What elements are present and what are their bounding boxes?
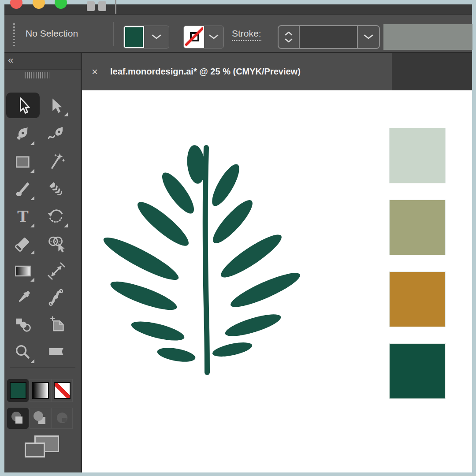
tool-flyout-triangle — [30, 250, 34, 254]
draw-inside-button[interactable] — [51, 408, 73, 429]
type-icon: T — [13, 207, 33, 227]
artboard-tool[interactable] — [44, 314, 69, 335]
chevron-up-icon[interactable] — [285, 31, 293, 36]
leaf-stem — [205, 148, 207, 372]
change-screen-mode-button[interactable] — [25, 435, 60, 460]
stroke-label-link[interactable]: Stroke: — [232, 28, 261, 41]
eyedropper-icon — [13, 288, 33, 308]
chevron-down-icon — [209, 34, 219, 40]
none-proxy[interactable] — [51, 379, 73, 402]
tool-flyout-triangle — [30, 223, 34, 227]
stroke-color-dropdown[interactable] — [204, 26, 223, 48]
blob-brush-icon — [47, 180, 66, 199]
type-tool[interactable]: T — [11, 206, 35, 227]
selection-arrow-icon — [13, 96, 33, 115]
gradient-tool[interactable] — [11, 260, 35, 282]
selection-tool[interactable] — [11, 95, 35, 116]
tool-flyout-triangle — [30, 359, 34, 363]
curvature-tool[interactable] — [44, 124, 69, 145]
palette-swatch-forest[interactable] — [390, 344, 445, 398]
draw-normal-square — [15, 416, 22, 424]
tool-flyout-triangle — [30, 141, 34, 145]
gradient-proxy-swatch — [32, 382, 49, 399]
document-tab-bar: × leaf.monordesign.ai* @ 25 % (CMYK/Prev… — [82, 53, 472, 90]
tools-panel-grip[interactable] — [25, 72, 49, 78]
stroke-color-widget[interactable] — [183, 26, 224, 48]
knife-icon — [47, 343, 66, 362]
titlebar-divider — [115, 0, 116, 14]
close-tab-icon[interactable]: × — [92, 53, 98, 90]
tools-panel-header: ‹‹ — [4, 53, 81, 70]
rotate-icon — [47, 207, 66, 227]
document-tab[interactable]: × leaf.monordesign.ai* @ 25 % (CMYK/Prev… — [82, 53, 392, 90]
direct-selection-arrow-icon — [47, 96, 66, 115]
draw-behind-icon — [33, 411, 43, 421]
eyedropper-tool[interactable] — [11, 287, 35, 309]
draw-inside-square — [62, 418, 67, 422]
palette-swatch-sage[interactable] — [390, 200, 445, 255]
gradient-proxy[interactable] — [30, 379, 51, 402]
chevron-down-icon — [364, 34, 373, 40]
stepper-buttons[interactable] — [279, 26, 300, 48]
divider — [113, 22, 114, 46]
fill-color-dropdown[interactable] — [144, 26, 169, 48]
type-glyph: T — [17, 208, 29, 225]
stroke-weight-dropdown[interactable] — [357, 26, 379, 48]
puppet-warp-icon — [47, 288, 66, 308]
stroke-weight-input[interactable] — [300, 26, 357, 48]
screen-mode-icon-front — [25, 443, 45, 457]
none-slash-icon — [185, 27, 203, 46]
curvature-pen-icon — [47, 125, 66, 144]
gradient-icon — [13, 261, 33, 281]
blend-icon — [13, 315, 33, 335]
tool-flyout-triangle — [30, 169, 34, 173]
document-tab-title: leaf.monordesign.ai* @ 25 % (CMYK/Previe… — [110, 53, 301, 90]
rectangle-icon — [13, 152, 33, 172]
none-proxy-swatch — [54, 382, 71, 399]
brush-definition-dropdown[interactable] — [383, 24, 472, 50]
fill-color-proxy[interactable] — [7, 379, 29, 402]
collapse-panel-button[interactable]: ‹‹ — [8, 55, 13, 66]
palette-swatch-mint[interactable] — [390, 128, 445, 183]
panel-drag-grip[interactable] — [13, 23, 15, 46]
selection-status: No Selection — [26, 15, 78, 52]
draw-behind-button[interactable] — [30, 408, 51, 429]
titlebar-icon — [87, 1, 95, 11]
puppet-warp-tool[interactable] — [44, 287, 69, 309]
fill-color-proxy-swatch — [10, 382, 26, 399]
scale-icon — [47, 261, 66, 281]
blob-brush-tool[interactable] — [44, 179, 69, 200]
rotate-tool[interactable] — [44, 206, 69, 227]
pen-tool[interactable] — [11, 124, 35, 145]
magic-wand-icon — [47, 152, 66, 172]
knife-tool[interactable] — [44, 342, 69, 363]
stroke-weight-stepper[interactable] — [278, 25, 380, 49]
fill-color-widget[interactable] — [123, 26, 169, 48]
chevron-down-icon — [152, 34, 161, 40]
eraser-tool[interactable] — [11, 233, 35, 254]
paintbrush-tool[interactable] — [11, 179, 35, 200]
magic-wand-tool[interactable] — [44, 152, 69, 173]
draw-normal-button[interactable] — [7, 408, 29, 429]
tool-flyout-triangle — [64, 112, 68, 116]
rectangle-tool[interactable] — [11, 152, 35, 173]
artboard-canvas[interactable] — [82, 90, 472, 472]
paintbrush-icon — [13, 180, 33, 199]
palette-swatch-ochre[interactable] — [390, 272, 445, 327]
tool-flyout-triangle — [30, 196, 34, 200]
fill-color-swatch[interactable] — [124, 26, 144, 48]
zoom-magnifier-icon — [13, 343, 33, 362]
stroke-color-swatch-none[interactable] — [184, 26, 204, 48]
direct-selection-tool[interactable] — [44, 95, 69, 116]
tool-flyout-triangle — [30, 278, 34, 282]
panel-divider — [10, 367, 75, 368]
fern-leaf-illustration[interactable] — [85, 142, 314, 377]
blend-tool[interactable] — [11, 314, 35, 335]
pen-nib-icon — [13, 125, 33, 144]
zoom-tool[interactable] — [11, 342, 35, 363]
artboard-icon — [47, 315, 66, 335]
scale-tool[interactable] — [44, 260, 69, 282]
shape-builder-tool[interactable] — [44, 233, 69, 254]
tools-panel: ‹‹ — [4, 53, 82, 472]
chevron-down-icon[interactable] — [285, 38, 293, 43]
